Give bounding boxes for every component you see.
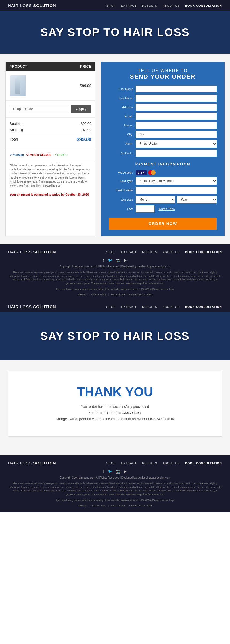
footer-2-shop[interactable]: SHOP [106, 461, 116, 465]
card-number-label: Card Number [109, 189, 133, 192]
hero-2: SAY STOP TO HAIR LOSS [0, 312, 230, 360]
footer-2-instagram-icon[interactable]: 📷 [116, 469, 120, 474]
last-name-input[interactable] [136, 95, 217, 102]
nav-2-shop[interactable]: SHOP [106, 305, 116, 308]
nav-results[interactable]: RESULTS [142, 4, 157, 7]
footer-2: HAIR LOSS SOLUTION SHOP EXTRACT RESULTS … [0, 455, 230, 512]
state-select[interactable]: Select State [136, 140, 217, 148]
col-product: PRODUCT [10, 65, 27, 68]
mastercard-icon [148, 170, 156, 175]
footer-2-book[interactable]: BOOK CONSULTATION [185, 461, 222, 465]
footer-2-twitter-icon[interactable]: 🐦 [108, 469, 112, 474]
sitemap-link[interactable]: Sitemap [78, 293, 86, 296]
nav-links-2: SHOP EXTRACT RESULTS ABOUT US BOOK CONSU… [106, 305, 222, 308]
city-input[interactable] [136, 131, 217, 138]
cvv-input[interactable] [136, 205, 154, 212]
shipment-date: Ocotber 20, 2020 [65, 193, 89, 196]
footer-2-links-row: Sitemap | Privacy Policy | Terms of Use … [8, 504, 222, 507]
footer-1-book[interactable]: BOOK CONSULTATION [185, 250, 222, 254]
card-type-group: Card Type Select Payment Method [109, 177, 217, 185]
hero-1: SAY STOP TO HAIR LOSS [0, 11, 230, 54]
footer-2-results[interactable]: RESULTS [142, 461, 157, 465]
facebook-icon[interactable]: f [103, 258, 104, 262]
we-accept-label: We Accept: [109, 171, 133, 174]
coupon-apply-button[interactable]: Apply [71, 105, 91, 113]
card-type-select[interactable]: Select Payment Method [136, 177, 217, 185]
youtube-icon[interactable]: ▶ [124, 258, 127, 262]
footer-2-top: HAIR LOSS SOLUTION SHOP EXTRACT RESULTS … [8, 461, 222, 465]
email-input[interactable] [136, 113, 217, 120]
month-select[interactable]: Month [136, 196, 175, 203]
footer-2-sitemap[interactable]: Sitemap [78, 504, 86, 507]
truste-badge: ✓ TRUSTe [54, 153, 67, 156]
exp-date-group: Exp Date Month Year [109, 196, 217, 203]
footer-2-youtube-icon[interactable]: ▶ [124, 469, 127, 474]
thank-you-box: THANK YOU Your order has been successful… [8, 371, 222, 437]
footer-1-top: HAIR LOSS SOLUTION SHOP EXTRACT RESULTS … [8, 250, 222, 254]
twitter-icon[interactable]: 🐦 [108, 258, 112, 262]
footer-2-about[interactable]: ABOUT US [163, 461, 180, 465]
coupon-input[interactable] [10, 105, 70, 113]
footer-2-commitment[interactable]: Commitment & Offers [129, 504, 152, 507]
phone-input[interactable] [136, 122, 217, 129]
order-now-button[interactable]: ORDER NOW [109, 218, 217, 230]
footer-2-privacy[interactable]: Privacy Policy [91, 504, 106, 507]
footer-2-links: SHOP EXTRACT RESULTS ABOUT US BOOK CONSU… [106, 461, 222, 465]
terms-link[interactable]: Terms of Use [111, 293, 125, 296]
email-label: Email: [109, 115, 133, 118]
card-number-input[interactable] [136, 187, 217, 194]
subtotal-label: Subtotal [10, 122, 22, 126]
footer-1-lorem: There are many variations of passages of… [8, 271, 222, 285]
footer-2-facebook-icon[interactable]: f [103, 469, 104, 474]
city-group: City: [109, 131, 217, 138]
footer-2-terms[interactable]: Terms of Use [111, 504, 125, 507]
instagram-icon[interactable]: 📷 [116, 258, 120, 262]
address-input[interactable] [136, 104, 217, 111]
shipping-label: Shipping [10, 128, 23, 132]
order-number: 1201758852 [122, 411, 141, 415]
nav-2: HAIR LOSS SOLUTION SHOP EXTRACT RESULTS … [0, 301, 230, 312]
address-label: Address [109, 106, 133, 109]
nav-shop[interactable]: SHOP [106, 4, 116, 7]
footer-1-extract[interactable]: EXTRACT [121, 250, 137, 254]
nav-2-results[interactable]: RESULTS [142, 305, 157, 308]
footer-1-links: SHOP EXTRACT RESULTS ABOUT US BOOK CONSU… [106, 250, 222, 254]
footer-1-social: f 🐦 📷 ▶ [8, 258, 222, 262]
footer-1-shop[interactable]: SHOP [106, 250, 116, 254]
whats-this-link[interactable]: What's This? [158, 207, 175, 211]
footer-1-results[interactable]: RESULTS [142, 250, 157, 254]
nav-extract[interactable]: EXTRACT [121, 4, 137, 7]
commitment-link[interactable]: Commitment & Offers [129, 293, 152, 296]
thank-you-order-number-row: Your order number is 1201758852 [19, 411, 211, 415]
phone-label: Phone: [109, 124, 133, 127]
footer-2-extract[interactable]: EXTRACT [121, 461, 137, 465]
nav-2-about[interactable]: ABOUT US [163, 305, 180, 308]
brand-name: HAIR LOSS SOLUTION [137, 417, 175, 421]
first-name-input[interactable] [136, 86, 217, 92]
coupon-row: Apply [6, 101, 95, 118]
phone-group: Phone: [109, 122, 217, 129]
footer-2-accessibility: If you are having issues with the access… [8, 499, 222, 502]
nav-2-extract[interactable]: EXTRACT [121, 305, 137, 308]
last-name-group: Last Name [109, 95, 217, 102]
cvv-label: CVV [109, 207, 133, 211]
nav-book-consultation[interactable]: BOOK CONSULTATION [185, 4, 222, 7]
footer-1-about[interactable]: ABOUT US [163, 250, 180, 254]
zip-input[interactable] [136, 150, 217, 157]
nav-2-book[interactable]: BOOK CONSULTATION [185, 305, 222, 308]
footer-1-copyright: Copyright ©domainname.com All Rights Res… [8, 265, 222, 268]
footer-2-lorem: There are many variations of passages of… [8, 482, 222, 496]
payment-section: PAYMENT INFORMATION We Accept: VISA Card… [109, 162, 217, 230]
year-select[interactable]: Year [177, 196, 217, 203]
totals-area: Subtotal $99.00 Shipping $0.00 Total $99… [6, 118, 95, 149]
subtotal-row: Subtotal $99.00 [10, 122, 91, 126]
thank-you-sub1: Your order has been successfully process… [19, 405, 211, 409]
shipping-row: Shipping $0.00 [10, 128, 91, 132]
product-price: $99.00 [80, 84, 91, 88]
privacy-link[interactable]: Privacy Policy [91, 293, 106, 296]
nav-links-1: SHOP EXTRACT RESULTS ABOUT US BOOK CONSU… [106, 4, 222, 7]
card-type-label: Card Type [109, 179, 133, 183]
nav-about[interactable]: ABOUT US [163, 4, 180, 7]
shipment-note: Your shipment is estimated to arrive by … [6, 190, 95, 199]
footer-1-accessibility: If you are having issues with the access… [8, 288, 222, 290]
